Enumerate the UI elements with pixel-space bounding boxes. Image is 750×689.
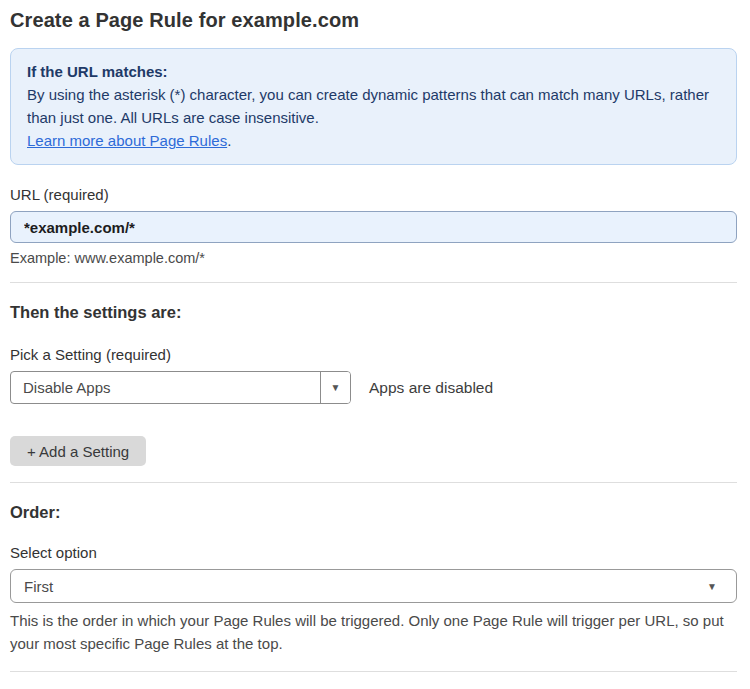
divider (10, 282, 737, 283)
url-field-label: URL (required) (10, 186, 737, 203)
learn-more-link[interactable]: Learn more about Page Rules (27, 132, 227, 149)
setting-select[interactable]: Disable Apps ▼ (10, 371, 351, 404)
order-section-heading: Order: (10, 503, 737, 522)
order-select[interactable]: First ▼ (10, 569, 737, 603)
order-select-label: Select option (10, 544, 737, 561)
page-title: Create a Page Rule for example.com (10, 9, 737, 32)
url-match-info-box: If the URL matches: By using the asteris… (10, 48, 737, 165)
divider (10, 671, 737, 672)
info-box-heading: If the URL matches: (27, 60, 720, 83)
add-setting-button[interactable]: + Add a Setting (10, 436, 146, 466)
order-help-text: This is the order in which your Page Rul… (10, 609, 737, 655)
url-field-hint: Example: www.example.com/* (10, 250, 737, 266)
settings-section-heading: Then the settings are: (10, 303, 737, 322)
order-select-value: First (24, 578, 707, 595)
link-suffix: . (227, 132, 231, 149)
pick-setting-label: Pick a Setting (required) (10, 346, 737, 363)
setting-select-value: Disable Apps (11, 372, 320, 403)
info-box-body: By using the asterisk (*) character, you… (27, 83, 720, 129)
divider (10, 482, 737, 483)
url-input[interactable] (10, 211, 737, 243)
setting-row: Disable Apps ▼ Apps are disabled (10, 371, 737, 404)
chevron-down-icon: ▼ (707, 581, 723, 592)
chevron-down-icon[interactable]: ▼ (320, 372, 350, 403)
setting-status-text: Apps are disabled (369, 379, 493, 397)
info-box-link-line: Learn more about Page Rules. (27, 129, 720, 152)
